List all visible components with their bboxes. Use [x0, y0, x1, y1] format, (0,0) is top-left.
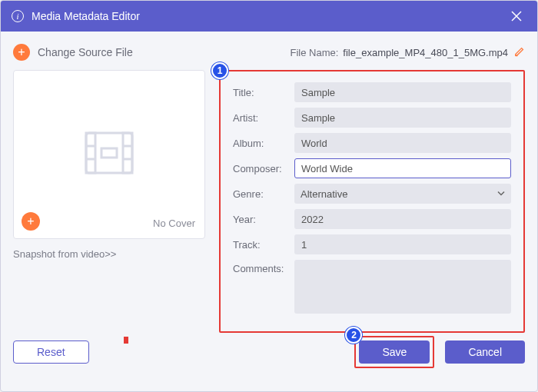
close-button[interactable] — [506, 6, 526, 26]
svg-rect-10 — [101, 148, 117, 158]
field-genre: Genre: Alternative — [233, 184, 511, 204]
field-year: Year: — [233, 209, 511, 229]
field-comments: Comments: — [233, 260, 511, 314]
filename-area: File Name: file_example_MP4_480_1_5MG.mp… — [291, 46, 526, 59]
plus-icon: + — [13, 44, 30, 61]
edit-filename-button[interactable] — [514, 46, 525, 59]
chevron-down-icon — [497, 188, 505, 200]
change-source-label: Change Source File — [38, 46, 133, 58]
track-input[interactable] — [294, 234, 511, 254]
bottom-bar: Reset 2 Save Cancel — [13, 336, 525, 368]
album-input[interactable] — [294, 133, 511, 153]
svg-rect-4 — [86, 133, 95, 173]
main: + No Cover Snapshot from video>> 1 Title… — [13, 70, 525, 333]
comments-label: Comments: — [233, 260, 294, 274]
cancel-button[interactable]: Cancel — [445, 341, 525, 364]
save-highlight: 2 Save — [354, 336, 434, 368]
artist-input[interactable] — [294, 108, 511, 128]
video-placeholder-icon — [78, 122, 140, 187]
genre-label: Genre: — [233, 188, 294, 200]
snapshot-link[interactable]: Snapshot from video>> — [13, 248, 205, 260]
right-pane: 1 Title: Artist: Album: Composer: — [219, 70, 525, 333]
filename-label: File Name: — [291, 47, 339, 58]
artist-label: Artist: — [233, 112, 294, 124]
cover-preview: + No Cover — [13, 70, 205, 239]
left-pane: + No Cover Snapshot from video>> — [13, 70, 205, 333]
titlebar: i Media Metadata Editor — [1, 1, 537, 32]
right-buttons: 2 Save Cancel — [354, 336, 525, 368]
info-icon: i — [12, 10, 24, 22]
content: + Change Source File File Name: file_exa… — [1, 32, 537, 379]
svg-rect-3 — [86, 133, 132, 173]
field-composer: Composer: — [233, 158, 511, 178]
add-cover-button[interactable]: + — [22, 212, 40, 231]
track-label: Track: — [233, 239, 294, 251]
genre-value: Alternative — [301, 188, 347, 200]
field-album: Album: — [233, 133, 511, 153]
composer-label: Composer: — [233, 163, 294, 174]
close-icon — [511, 11, 522, 22]
filename-value: file_example_MP4_480_1_5MG.mp4 — [343, 47, 508, 58]
window-title: Media Metadata Editor — [32, 10, 140, 22]
year-label: Year: — [233, 214, 294, 225]
no-cover-text: No Cover — [153, 218, 195, 229]
title-label: Title: — [233, 87, 294, 98]
composer-input[interactable] — [294, 158, 511, 178]
year-input[interactable] — [294, 209, 511, 229]
change-source-button[interactable]: + Change Source File — [13, 44, 133, 61]
genre-select[interactable]: Alternative — [294, 184, 511, 204]
field-artist: Artist: — [233, 108, 511, 128]
reset-button[interactable]: Reset — [13, 341, 89, 364]
svg-rect-5 — [123, 133, 132, 173]
pencil-icon — [514, 46, 525, 57]
title-input[interactable] — [294, 82, 511, 102]
field-track: Track: — [233, 234, 511, 254]
fields-box: 1 Title: Artist: Album: Composer: — [219, 70, 525, 333]
top-row: + Change Source File File Name: file_exa… — [13, 41, 525, 64]
window: i Media Metadata Editor + Change Source … — [0, 0, 538, 392]
field-title: Title: — [233, 82, 511, 102]
annotation-1: 1 — [211, 62, 228, 79]
save-button[interactable]: Save — [359, 341, 430, 364]
comments-input[interactable] — [294, 260, 511, 314]
album-label: Album: — [233, 138, 294, 149]
